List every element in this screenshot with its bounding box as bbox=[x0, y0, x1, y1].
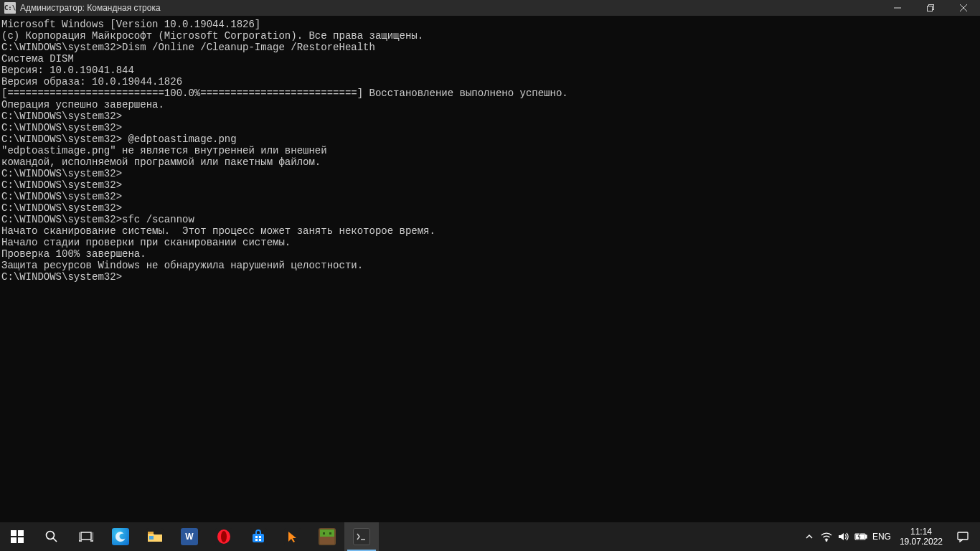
svg-rect-12 bbox=[253, 534, 264, 542]
terminal-line: командой, исполняемой программой или пак… bbox=[1, 156, 979, 168]
close-button[interactable] bbox=[947, 0, 980, 16]
svg-rect-20 bbox=[329, 532, 331, 534]
taskbar-app-explorer[interactable] bbox=[138, 522, 172, 551]
svg-rect-14 bbox=[259, 536, 261, 538]
svg-rect-3 bbox=[18, 530, 24, 536]
svg-rect-4 bbox=[11, 537, 17, 543]
terminal-line: C:\WINDOWS\system32> bbox=[1, 168, 979, 179]
minimize-button[interactable] bbox=[881, 0, 914, 16]
svg-rect-9 bbox=[149, 536, 154, 540]
terminal-line: Проверка 100% завершена. bbox=[1, 248, 979, 260]
terminal-line: Защита ресурсов Windows не обнаружила на… bbox=[1, 260, 979, 271]
svg-rect-13 bbox=[255, 536, 258, 538]
tray-wifi-icon[interactable] bbox=[818, 522, 835, 551]
tray-clock[interactable]: 11:14 19.07.2022 bbox=[894, 522, 948, 551]
terminal-line: C:\WINDOWS\system32> bbox=[1, 202, 979, 214]
tray-battery-icon[interactable] bbox=[852, 522, 870, 551]
terminal-line: Начало стадии проверки при сканировании … bbox=[1, 237, 979, 248]
tray-time: 11:14 bbox=[910, 527, 932, 537]
svg-rect-19 bbox=[323, 532, 325, 534]
svg-rect-7 bbox=[81, 532, 91, 540]
taskbar-app-cmd[interactable] bbox=[344, 522, 379, 551]
start-button[interactable] bbox=[0, 522, 34, 551]
taskbar-left: W bbox=[0, 522, 379, 551]
terminal-line: Cистема DISM bbox=[1, 53, 979, 65]
svg-rect-23 bbox=[865, 535, 867, 538]
terminal-line: Версия: 10.0.19041.844 bbox=[1, 65, 979, 76]
terminal-line: C:\WINDOWS\system32> @edptoastimage.png bbox=[1, 133, 979, 145]
terminal-line: C:\WINDOWS\system32>Dism /Online /Cleanu… bbox=[1, 42, 979, 53]
svg-rect-18 bbox=[320, 537, 334, 544]
terminal-line: Начато сканирование системы. Этот процес… bbox=[1, 225, 979, 237]
svg-point-6 bbox=[47, 532, 55, 540]
taskbar-app-opera[interactable] bbox=[207, 522, 241, 551]
search-button[interactable] bbox=[34, 522, 69, 551]
taskbar-right: ENG 11:14 19.07.2022 bbox=[801, 522, 980, 551]
terminal-line: C:\WINDOWS\system32> bbox=[1, 122, 979, 133]
terminal-line: Версия образа: 10.0.19044.1826 bbox=[1, 76, 979, 88]
cmd-window: C:\ Администратор: Командная строка Micr… bbox=[0, 0, 980, 522]
taskbar-app-word[interactable]: W bbox=[172, 522, 207, 551]
svg-rect-25 bbox=[958, 532, 968, 540]
terminal-line: Microsoft Windows [Version 10.0.19044.18… bbox=[1, 19, 979, 30]
maximize-button[interactable] bbox=[914, 0, 947, 16]
taskbar-app-store[interactable] bbox=[241, 522, 275, 551]
window-title: Администратор: Командная строка bbox=[20, 3, 161, 13]
svg-rect-5 bbox=[18, 537, 24, 543]
tray-date: 19.07.2022 bbox=[900, 537, 943, 547]
terminal-line: C:\WINDOWS\system32> bbox=[1, 191, 979, 202]
terminal-line: C:\WINDOWS\system32> bbox=[1, 179, 979, 191]
svg-rect-2 bbox=[11, 530, 17, 536]
cmd-icon: C:\ bbox=[4, 2, 16, 14]
tray-volume-icon[interactable] bbox=[835, 522, 852, 551]
tray-show-hidden-icon[interactable] bbox=[801, 522, 818, 551]
taskbar[interactable]: W bbox=[0, 522, 980, 551]
terminal-line: [==========================100.0%=======… bbox=[1, 88, 979, 99]
taskbar-app-edge[interactable] bbox=[103, 522, 138, 551]
terminal-line: Операция успешно завершена. bbox=[1, 99, 979, 110]
terminal-line: (c) Корпорация Майкрософт (Microsoft Cor… bbox=[1, 30, 979, 42]
svg-rect-15 bbox=[255, 539, 258, 541]
svg-point-11 bbox=[221, 531, 227, 542]
tray-language[interactable]: ENG bbox=[870, 522, 894, 551]
terminal-line: C:\WINDOWS\system32> bbox=[1, 110, 979, 122]
task-view-button[interactable] bbox=[69, 522, 103, 551]
taskbar-app-cursor[interactable] bbox=[275, 522, 310, 551]
svg-rect-8 bbox=[148, 532, 154, 534]
svg-rect-1 bbox=[928, 6, 933, 11]
terminal-line: "edptoastimage.png" не является внутренн… bbox=[1, 145, 979, 156]
terminal-line: C:\WINDOWS\system32> bbox=[1, 271, 979, 283]
terminal-line: C:\WINDOWS\system32>sfc /scannow bbox=[1, 214, 979, 225]
tray-notifications-icon[interactable] bbox=[948, 522, 977, 551]
svg-rect-16 bbox=[259, 539, 261, 541]
svg-point-21 bbox=[826, 540, 827, 542]
titlebar[interactable]: C:\ Администратор: Командная строка bbox=[0, 0, 980, 16]
terminal-output[interactable]: Microsoft Windows [Version 10.0.19044.18… bbox=[0, 16, 980, 522]
taskbar-app-minecraft[interactable] bbox=[310, 522, 344, 551]
svg-rect-17 bbox=[320, 529, 334, 537]
